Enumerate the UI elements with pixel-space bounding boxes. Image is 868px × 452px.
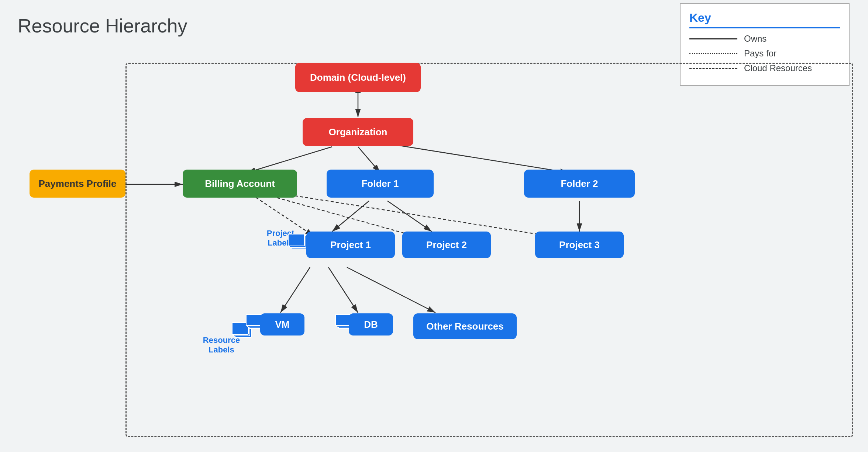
other-resources-node: Other Resources [413, 313, 517, 339]
key-item-owns: Owns [689, 34, 840, 44]
project1-node: Project 1 [306, 232, 395, 258]
project3-node: Project 3 [535, 232, 624, 258]
page-title: Resource Hierarchy [18, 15, 187, 37]
folder2-node: Folder 2 [524, 170, 635, 198]
project2-node: Project 2 [402, 232, 491, 258]
domain-node: Domain (Cloud-level) [295, 63, 421, 92]
owns-line-icon [689, 38, 737, 39]
vm-node: VM [260, 313, 304, 335]
payments-profile-node: Payments Profile [30, 170, 125, 198]
organization-node: Organization [303, 118, 413, 146]
diagram: Domain (Cloud-level) Organization Paymen… [11, 48, 857, 441]
folder1-node: Folder 1 [327, 170, 434, 198]
billing-account-node: Billing Account [183, 170, 297, 198]
key-title: Key [689, 11, 840, 28]
owns-label: Owns [744, 34, 767, 44]
db-node: DB [349, 313, 393, 335]
